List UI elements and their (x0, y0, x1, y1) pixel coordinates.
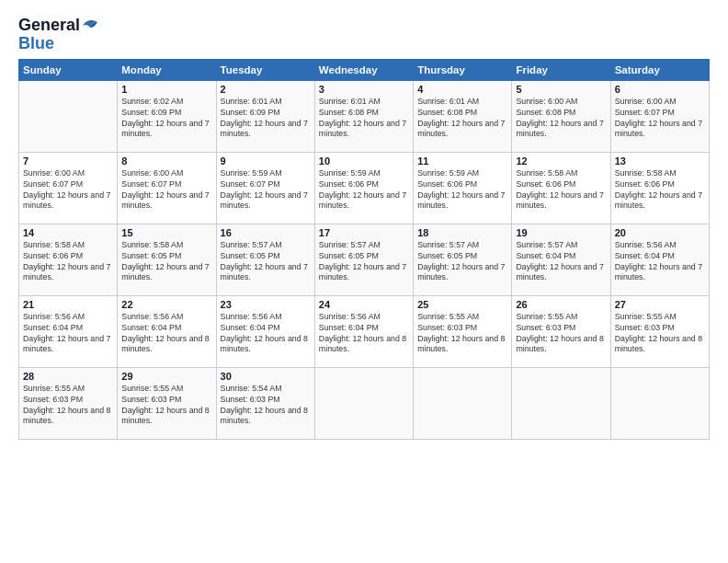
calendar-cell (610, 367, 709, 439)
day-info: Sunrise: 5:56 AM Sunset: 6:04 PM Dayligh… (221, 312, 311, 356)
day-number: 29 (121, 371, 211, 382)
calendar-cell: 26Sunrise: 5:55 AM Sunset: 6:03 PM Dayli… (512, 295, 610, 367)
logo: General Blue (18, 17, 101, 52)
logo-bird-icon (81, 18, 101, 33)
calendar-cell: 16Sunrise: 5:57 AM Sunset: 6:05 PM Dayli… (216, 224, 314, 295)
calendar-cell: 8Sunrise: 6:00 AM Sunset: 6:07 PM Daylig… (118, 152, 216, 224)
header-row: SundayMondayTuesdayWednesdayThursdayFrid… (19, 59, 710, 80)
day-number: 7 (23, 155, 113, 167)
calendar-cell: 9Sunrise: 5:59 AM Sunset: 6:07 PM Daylig… (216, 152, 314, 224)
day-info: Sunrise: 5:55 AM Sunset: 6:03 PM Dayligh… (23, 384, 113, 428)
day-info: Sunrise: 5:56 AM Sunset: 6:04 PM Dayligh… (121, 312, 211, 356)
day-number: 19 (516, 227, 606, 238)
day-info: Sunrise: 5:56 AM Sunset: 6:04 PM Dayligh… (23, 312, 113, 356)
day-number: 4 (417, 84, 507, 95)
day-number: 1 (121, 84, 211, 95)
calendar-page: General Blue SundayMondayTuesdayWednesda… (0, 0, 728, 449)
day-number: 10 (319, 155, 409, 167)
day-info: Sunrise: 5:59 AM Sunset: 6:06 PM Dayligh… (417, 168, 507, 213)
col-header-wednesday: Wednesday (314, 59, 413, 80)
day-info: Sunrise: 5:55 AM Sunset: 6:03 PM Dayligh… (615, 312, 705, 356)
day-info: Sunrise: 5:58 AM Sunset: 6:06 PM Dayligh… (516, 168, 606, 213)
calendar-cell: 3Sunrise: 6:01 AM Sunset: 6:08 PM Daylig… (314, 80, 413, 152)
calendar-cell: 13Sunrise: 5:58 AM Sunset: 6:06 PM Dayli… (610, 152, 709, 224)
day-number: 23 (221, 299, 311, 310)
day-number: 30 (221, 371, 311, 382)
calendar-cell: 30Sunrise: 5:54 AM Sunset: 6:03 PM Dayli… (216, 367, 314, 439)
day-info: Sunrise: 6:00 AM Sunset: 6:07 PM Dayligh… (121, 168, 211, 213)
day-number: 26 (516, 299, 606, 310)
col-header-friday: Friday (512, 59, 610, 80)
calendar-cell: 7Sunrise: 6:00 AM Sunset: 6:07 PM Daylig… (19, 152, 118, 224)
calendar-cell: 15Sunrise: 5:58 AM Sunset: 6:05 PM Dayli… (118, 224, 216, 295)
day-number: 28 (23, 371, 113, 382)
day-number: 15 (121, 227, 211, 238)
calendar-cell (19, 80, 118, 152)
calendar-cell: 14Sunrise: 5:58 AM Sunset: 6:06 PM Dayli… (19, 224, 118, 295)
day-number: 12 (516, 155, 606, 167)
col-header-monday: Monday (118, 59, 216, 80)
day-number: 27 (615, 299, 705, 310)
calendar-cell: 17Sunrise: 5:57 AM Sunset: 6:05 PM Dayli… (314, 224, 413, 295)
calendar-week-4: 21Sunrise: 5:56 AM Sunset: 6:04 PM Dayli… (19, 295, 710, 367)
day-info: Sunrise: 5:55 AM Sunset: 6:03 PM Dayligh… (516, 312, 606, 356)
calendar-cell: 2Sunrise: 6:01 AM Sunset: 6:09 PM Daylig… (216, 80, 314, 152)
day-info: Sunrise: 5:57 AM Sunset: 6:05 PM Dayligh… (417, 240, 507, 284)
day-number: 18 (417, 227, 507, 238)
calendar-cell (414, 367, 512, 439)
day-info: Sunrise: 6:01 AM Sunset: 6:09 PM Dayligh… (221, 97, 311, 141)
day-number: 3 (319, 84, 409, 95)
day-info: Sunrise: 6:00 AM Sunset: 6:07 PM Dayligh… (23, 168, 113, 213)
calendar-cell: 27Sunrise: 5:55 AM Sunset: 6:03 PM Dayli… (610, 295, 709, 367)
calendar-cell: 28Sunrise: 5:55 AM Sunset: 6:03 PM Dayli… (19, 367, 118, 439)
day-info: Sunrise: 6:01 AM Sunset: 6:08 PM Dayligh… (319, 97, 409, 141)
header: General Blue (18, 17, 710, 52)
day-number: 13 (615, 155, 705, 167)
col-header-thursday: Thursday (414, 59, 512, 80)
calendar-cell: 5Sunrise: 6:00 AM Sunset: 6:08 PM Daylig… (512, 80, 610, 152)
day-info: Sunrise: 5:57 AM Sunset: 6:05 PM Dayligh… (221, 240, 311, 284)
day-number: 22 (121, 299, 211, 310)
calendar-cell: 20Sunrise: 5:56 AM Sunset: 6:04 PM Dayli… (610, 224, 709, 295)
calendar-week-3: 14Sunrise: 5:58 AM Sunset: 6:06 PM Dayli… (19, 224, 710, 295)
calendar-cell: 12Sunrise: 5:58 AM Sunset: 6:06 PM Dayli… (512, 152, 610, 224)
calendar-table: SundayMondayTuesdayWednesdayThursdayFrid… (18, 59, 710, 440)
day-info: Sunrise: 5:54 AM Sunset: 6:03 PM Dayligh… (221, 384, 311, 428)
calendar-cell: 19Sunrise: 5:57 AM Sunset: 6:04 PM Dayli… (512, 224, 610, 295)
day-number: 8 (121, 155, 211, 167)
calendar-cell: 11Sunrise: 5:59 AM Sunset: 6:06 PM Dayli… (414, 152, 512, 224)
day-number: 5 (516, 84, 606, 95)
day-info: Sunrise: 6:02 AM Sunset: 6:09 PM Dayligh… (121, 97, 211, 141)
day-info: Sunrise: 6:00 AM Sunset: 6:08 PM Dayligh… (516, 97, 606, 141)
calendar-week-1: 1Sunrise: 6:02 AM Sunset: 6:09 PM Daylig… (19, 80, 710, 152)
day-info: Sunrise: 6:00 AM Sunset: 6:07 PM Dayligh… (615, 97, 705, 141)
day-info: Sunrise: 5:56 AM Sunset: 6:04 PM Dayligh… (615, 240, 705, 284)
calendar-cell: 29Sunrise: 5:55 AM Sunset: 6:03 PM Dayli… (118, 367, 216, 439)
day-info: Sunrise: 5:55 AM Sunset: 6:03 PM Dayligh… (121, 384, 211, 428)
day-info: Sunrise: 5:56 AM Sunset: 6:04 PM Dayligh… (319, 312, 409, 356)
day-info: Sunrise: 5:59 AM Sunset: 6:06 PM Dayligh… (319, 168, 409, 213)
day-info: Sunrise: 5:57 AM Sunset: 6:05 PM Dayligh… (319, 240, 409, 284)
calendar-week-2: 7Sunrise: 6:00 AM Sunset: 6:07 PM Daylig… (19, 152, 710, 224)
calendar-cell: 1Sunrise: 6:02 AM Sunset: 6:09 PM Daylig… (118, 80, 216, 152)
day-info: Sunrise: 5:57 AM Sunset: 6:04 PM Dayligh… (516, 240, 606, 284)
calendar-cell: 23Sunrise: 5:56 AM Sunset: 6:04 PM Dayli… (216, 295, 314, 367)
day-number: 11 (417, 155, 507, 167)
day-info: Sunrise: 5:58 AM Sunset: 6:06 PM Dayligh… (23, 240, 113, 284)
day-info: Sunrise: 5:58 AM Sunset: 6:05 PM Dayligh… (121, 240, 211, 284)
day-number: 2 (221, 84, 311, 95)
calendar-cell: 10Sunrise: 5:59 AM Sunset: 6:06 PM Dayli… (314, 152, 413, 224)
col-header-sunday: Sunday (19, 59, 118, 80)
logo-line2: Blue (18, 35, 54, 52)
day-info: Sunrise: 6:01 AM Sunset: 6:08 PM Dayligh… (417, 97, 507, 141)
day-number: 9 (221, 155, 311, 167)
day-info: Sunrise: 5:59 AM Sunset: 6:07 PM Dayligh… (221, 168, 311, 213)
calendar-cell (314, 367, 413, 439)
day-number: 20 (615, 227, 705, 238)
calendar-cell: 25Sunrise: 5:55 AM Sunset: 6:03 PM Dayli… (414, 295, 512, 367)
day-number: 6 (615, 84, 705, 95)
day-number: 24 (319, 299, 409, 310)
col-header-tuesday: Tuesday (216, 59, 314, 80)
day-number: 17 (319, 227, 409, 238)
calendar-cell: 24Sunrise: 5:56 AM Sunset: 6:04 PM Dayli… (314, 295, 413, 367)
